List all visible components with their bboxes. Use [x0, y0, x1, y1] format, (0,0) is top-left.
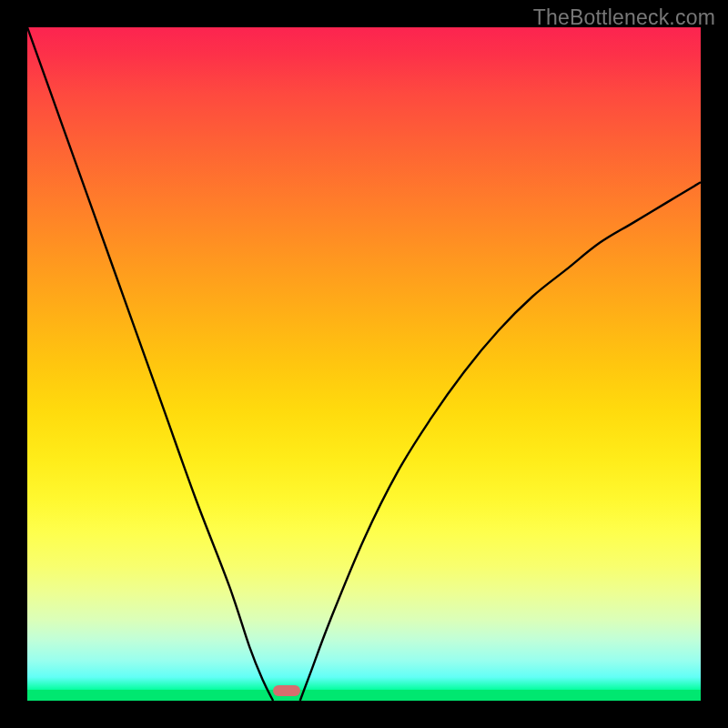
- valley-marker: [273, 685, 300, 696]
- plot-area: [27, 27, 701, 701]
- curve-right-branch: [300, 182, 701, 701]
- baseline-band: [27, 690, 701, 701]
- curve-left-branch: [27, 27, 273, 701]
- chart-frame: TheBottleneck.com: [0, 0, 728, 728]
- watermark-text: TheBottleneck.com: [533, 5, 715, 30]
- bottleneck-curve: [27, 27, 701, 701]
